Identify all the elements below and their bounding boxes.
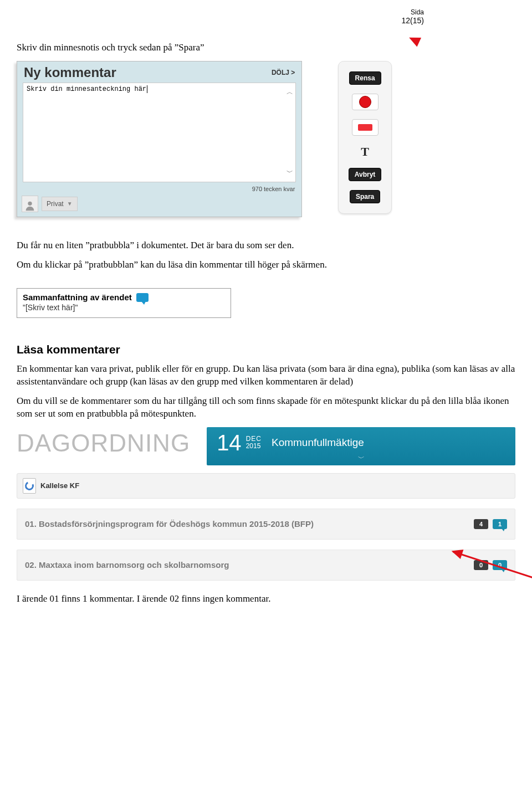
scroll-down-icon[interactable]: ﹀ bbox=[287, 168, 293, 177]
spara-button[interactable]: Spara bbox=[350, 190, 380, 203]
paragraph-2a: Du får nu en liten ”pratbubbla” i dokume… bbox=[17, 239, 515, 252]
intro-paragraph: Skriv din minnesnotis och tryck sedan på… bbox=[17, 42, 515, 54]
rensa-button[interactable]: Rensa bbox=[349, 71, 381, 85]
paragraph-2b: Om du klickar på ”pratbubblan” kan du lä… bbox=[17, 259, 515, 271]
color-bar-button[interactable] bbox=[352, 119, 378, 136]
attachment-badge: 4 bbox=[474, 519, 488, 529]
chevron-down-icon: ﹀ bbox=[207, 454, 515, 463]
document-icon bbox=[23, 478, 36, 494]
summary-box: Sammanfattning av ärendet "[Skriv text h… bbox=[17, 288, 231, 318]
agenda-item-label: 01. Bostadsförsörjningsprogram för Ödesh… bbox=[25, 519, 469, 529]
meeting-name: Kommunfullmäktige bbox=[272, 437, 505, 449]
comment-bubble-icon[interactable] bbox=[136, 293, 149, 302]
comment-text: Skriv din minnesanteckning här bbox=[27, 85, 147, 93]
comment-textarea[interactable]: Skriv din minnesanteckning här ︿ ﹀ bbox=[23, 83, 296, 182]
file-row[interactable]: Kallelse KF bbox=[17, 473, 515, 499]
annotation-toolbar: Rensa T Avbryt Spara bbox=[338, 61, 392, 214]
red-bar-icon bbox=[358, 124, 372, 131]
avbryt-button[interactable]: Avbryt bbox=[349, 168, 382, 181]
comment-badge[interactable]: 1 bbox=[493, 519, 507, 529]
agenda-item[interactable]: 01. Bostadsförsörjningsprogram för Ödesh… bbox=[17, 509, 515, 540]
chevron-down-icon: ▼ bbox=[67, 201, 73, 207]
page-number: 12(15) bbox=[402, 16, 424, 25]
red-dot-icon bbox=[359, 96, 371, 108]
char-counter: 970 tecken kvar bbox=[17, 183, 301, 193]
page-number-header: Sida 12(15) bbox=[17, 8, 515, 25]
new-comment-title: Ny kommentar bbox=[24, 65, 116, 80]
paragraph-3: En kommentar kan vara privat, publik ell… bbox=[17, 363, 515, 388]
meeting-day: 14 bbox=[217, 430, 242, 455]
avatar-icon bbox=[22, 196, 38, 212]
privacy-label: Privat bbox=[47, 200, 64, 208]
meeting-card[interactable]: 14 DEC 2015 Kommunfullmäktige ﹀ bbox=[207, 427, 515, 465]
agenda-title: DAGORDNING bbox=[17, 427, 207, 465]
summary-title: Sammanfattning av ärendet bbox=[23, 293, 132, 302]
svg-point-0 bbox=[28, 202, 32, 206]
paragraph-4: Om du vill se de kommentarer som du har … bbox=[17, 395, 515, 420]
file-name: Kallelse KF bbox=[40, 481, 79, 490]
agenda-item[interactable]: 02. Maxtaxa inom barnomsorg och skolbarn… bbox=[17, 550, 515, 581]
summary-text: "[Skriv text här]" bbox=[23, 303, 225, 312]
section-heading: Läsa kommentarer bbox=[17, 343, 515, 356]
text-tool-button[interactable]: T bbox=[357, 145, 372, 159]
closing-paragraph: I ärende 01 finns 1 kommentar. I ärende … bbox=[17, 593, 515, 606]
agenda-item-label: 02. Maxtaxa inom barnomsorg och skolbarn… bbox=[25, 560, 469, 570]
page-label: Sida bbox=[17, 8, 424, 16]
color-dot-button[interactable] bbox=[352, 94, 378, 110]
scroll-up-icon[interactable]: ︿ bbox=[287, 88, 293, 97]
privacy-dropdown[interactable]: Privat ▼ bbox=[42, 197, 78, 211]
meeting-year: 2015 bbox=[246, 443, 262, 450]
new-comment-panel: Ny kommentar DÖLJ > Skriv din minnesante… bbox=[17, 61, 302, 217]
hide-button[interactable]: DÖLJ > bbox=[272, 69, 295, 76]
agenda-panel: DAGORDNING 14 DEC 2015 Kommunfullmäktige… bbox=[17, 427, 515, 581]
